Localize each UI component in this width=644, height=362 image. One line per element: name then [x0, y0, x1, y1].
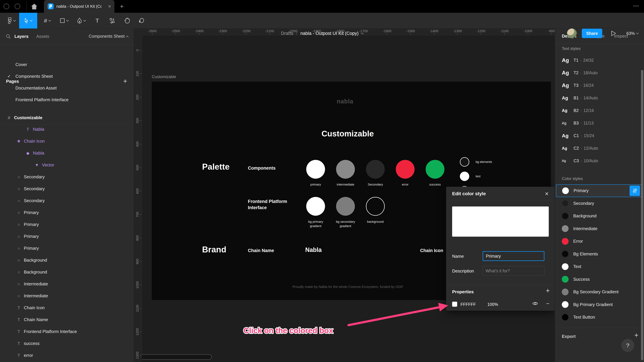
tab-assets[interactable]: Assets	[36, 34, 49, 39]
panel-scrollbar[interactable]	[641, 70, 643, 360]
horizontal-scrollbar[interactable]	[142, 354, 212, 360]
component-tool-button[interactable]	[106, 13, 118, 28]
color-style-row[interactable]: Text	[556, 260, 642, 273]
text-style-row[interactable]: Ag T2 · 18/Auto	[555, 66, 644, 79]
frame-section-row[interactable]: # Customizable	[0, 111, 134, 124]
fpi-heading[interactable]: Frontend Platform Interface	[248, 198, 287, 211]
color-style-row[interactable]: Bg Primary Gradient	[556, 298, 642, 311]
mini-swatch-circle[interactable]	[460, 157, 469, 167]
name-input[interactable]	[483, 251, 544, 261]
page-selector-dropdown[interactable]: Components Sheet	[89, 34, 128, 39]
nabla-logo-text[interactable]: nabla	[337, 98, 353, 105]
color-style-row[interactable]: Error	[556, 235, 642, 248]
comment-tool-button[interactable]	[135, 13, 148, 28]
layer-row[interactable]: ○ Secondary	[0, 171, 134, 183]
file-tab[interactable]: nabla - Outpost UI Kit (Copy) ×	[44, 0, 114, 13]
fpi-swatch-label[interactable]: background	[363, 220, 388, 224]
palette-heading[interactable]: Palette	[202, 162, 230, 172]
layer-row[interactable]: T Frontend Platform Interface	[0, 326, 134, 338]
color-style-row[interactable]: Success	[556, 273, 642, 286]
new-tab-button[interactable]: +	[118, 3, 125, 10]
brand-heading[interactable]: Brand	[202, 245, 226, 254]
dialog-header[interactable]: Edit color style	[446, 187, 555, 201]
adjust-style-button[interactable]	[630, 186, 640, 196]
layer-row[interactable]: ○ Secondary	[0, 183, 134, 195]
text-style-row[interactable]: Ag T3 · 16/24	[555, 79, 644, 92]
property-hex-value[interactable]: FFFFFF	[460, 302, 476, 307]
layer-row[interactable]: ○ Intermediate	[0, 278, 134, 290]
text-style-row[interactable]: Ag C2 · 12/Auto	[555, 142, 644, 155]
color-swatch-circle[interactable]	[396, 160, 414, 179]
layer-row[interactable]: ○ Primary	[0, 219, 134, 230]
layer-row[interactable]: ○ Background	[0, 254, 134, 266]
color-swatch-circle[interactable]	[426, 160, 444, 179]
layer-row[interactable]: T Nabla	[0, 123, 134, 135]
fpi-swatch-circle[interactable]	[306, 197, 325, 216]
text-style-row[interactable]: Ag T1 · 24/32	[555, 54, 644, 66]
window-control-minimize[interactable]	[14, 3, 20, 9]
breadcrumb[interactable]: Drafts / nabla - Outpost UI Kit (Copy)	[281, 25, 363, 41]
text-style-row[interactable]: Ag C3 · 10/Auto	[555, 155, 644, 167]
layer-row[interactable]: ◆ Nabla	[0, 147, 134, 159]
text-tool-button[interactable]: T	[92, 13, 103, 28]
layer-row[interactable]: ❖ Chain Icon	[0, 135, 134, 147]
layer-row[interactable]: ▼ Vector	[0, 159, 134, 171]
text-style-row[interactable]: Ag B2 · 12/16	[555, 104, 644, 117]
hand-tool-button[interactable]	[121, 13, 133, 28]
color-swatch-circle[interactable]	[366, 160, 385, 179]
shape-tool-button[interactable]	[58, 13, 70, 28]
layer-row[interactable]: T error	[0, 350, 134, 361]
swatch-label[interactable]: primary	[306, 183, 325, 186]
fpi-swatch-label[interactable]: bg secondary gradient	[333, 220, 358, 228]
chain-name-label[interactable]: Chain Name	[248, 248, 274, 253]
color-style-row[interactable]: Bg Elements	[556, 248, 642, 260]
layer-row[interactable]: ○ Background	[0, 266, 134, 278]
layer-row[interactable]: ○ Secondary	[0, 195, 134, 207]
color-swatch-circle[interactable]	[336, 160, 355, 179]
frame-footer-text[interactable]: Proudly made by Nabla for the whole Cosm…	[282, 285, 414, 289]
swatch-label[interactable]: intermediate	[336, 183, 355, 186]
home-icon[interactable]	[30, 3, 38, 10]
close-tab-icon[interactable]: ×	[108, 4, 111, 9]
color-style-row[interactable]: Secondary	[556, 197, 642, 210]
avatar[interactable]	[567, 28, 577, 38]
color-style-row[interactable]: Bg Secondary Gradient	[556, 286, 642, 298]
mini-swatch-label[interactable]: bg elements	[476, 160, 492, 164]
color-preview-box[interactable]	[452, 206, 549, 237]
breadcrumb-folder[interactable]: Drafts	[281, 31, 293, 36]
move-tool-button[interactable]	[19, 13, 37, 28]
color-style-row[interactable]: Intermediate	[556, 222, 642, 235]
main-menu-button[interactable]	[4, 13, 19, 28]
fpi-swatch-circle[interactable]	[336, 197, 355, 216]
page-item[interactable]: ✓ Components Sheet	[0, 70, 134, 82]
pen-tool-button[interactable]	[74, 13, 88, 28]
zoom-level-dropdown[interactable]: 63%	[626, 31, 638, 36]
frame-title-text[interactable]: Customizable	[312, 129, 384, 138]
layer-row[interactable]: T Chain Icon	[0, 302, 134, 314]
description-input[interactable]	[483, 266, 544, 276]
text-style-row[interactable]: Ag B1 · 14/Auto	[555, 92, 644, 104]
breadcrumb-file[interactable]: nabla - Outpost UI Kit (Copy)	[300, 31, 358, 36]
more-options-icon[interactable]: ⋯	[633, 2, 639, 9]
page-item[interactable]: ✓ Documentation Asset	[0, 82, 134, 94]
window-control-close[interactable]	[4, 3, 9, 9]
layer-row[interactable]: T success	[0, 338, 134, 350]
mini-swatch-circle[interactable]	[460, 172, 469, 181]
fpi-swatch-circle[interactable]	[366, 197, 385, 216]
layer-row[interactable]: ○ Intermediate	[0, 290, 134, 302]
chain-icon-label[interactable]: Chain Icon	[420, 248, 443, 253]
add-property-button[interactable]: +	[546, 287, 550, 295]
fpi-swatch-label[interactable]: bg primary gradient	[303, 220, 328, 228]
page-item[interactable]: ✓ Frontend Platform Interface	[0, 94, 134, 106]
layer-row[interactable]: ○ Primary	[0, 207, 134, 219]
share-button[interactable]: Share	[582, 29, 602, 38]
help-button[interactable]: ?	[621, 339, 634, 352]
property-color-swatch[interactable]	[452, 302, 457, 307]
text-style-row[interactable]: Ag C1 · 15/24	[555, 129, 644, 142]
color-style-row[interactable]: Primary	[556, 184, 642, 197]
swatch-label[interactable]: Secondary	[366, 183, 385, 186]
mini-swatch-label[interactable]: text	[476, 175, 480, 178]
tab-layers[interactable]: Layers	[14, 34, 28, 39]
layer-row[interactable]: T Chain Name	[0, 314, 134, 326]
text-style-row[interactable]: Ag B3 · 11/13	[555, 117, 644, 129]
